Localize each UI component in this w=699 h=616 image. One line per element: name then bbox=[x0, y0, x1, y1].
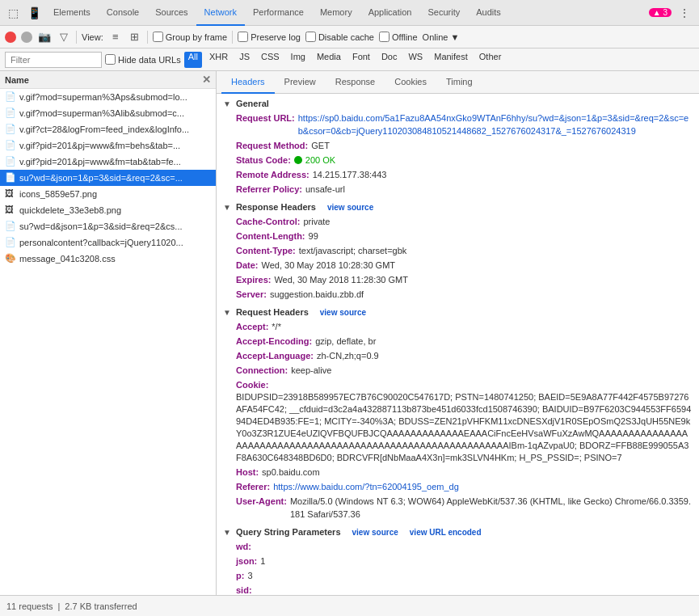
filter-other[interactable]: Other bbox=[475, 52, 506, 68]
record-button[interactable] bbox=[5, 32, 16, 43]
file-icon: 📄 bbox=[5, 156, 16, 167]
tab-headers[interactable]: Headers bbox=[221, 71, 275, 94]
tab-preview[interactable]: Preview bbox=[275, 71, 326, 94]
request-method-row: Request Method: GET bbox=[236, 139, 693, 152]
tab-performance[interactable]: Performance bbox=[245, 0, 312, 26]
top-tab-bar: ⬚ 📱 Elements Console Sources Network Per… bbox=[0, 0, 699, 26]
filter-css[interactable]: CSS bbox=[257, 52, 284, 68]
response-headers-title[interactable]: ▼ Response Headers view source bbox=[223, 202, 693, 212]
filter-manifest[interactable]: Manifest bbox=[430, 52, 472, 68]
referrer-policy-row: Referrer Policy: unsafe-url bbox=[236, 183, 693, 196]
prop-row: Date: Wed, 30 May 2018 10:28:30 GMT bbox=[236, 259, 693, 272]
filter-font[interactable]: Font bbox=[348, 52, 374, 68]
tab-application[interactable]: Application bbox=[360, 0, 420, 26]
view-label: View: bbox=[82, 32, 103, 42]
filter-icon[interactable]: ▽ bbox=[57, 30, 71, 44]
file-icon: 📄 bbox=[5, 172, 16, 184]
file-item[interactable]: 📄 v.gif?pid=201&pj=www&fm=behs&tab=... bbox=[0, 137, 216, 154]
file-list: 📄 v.gif?mod=superman%3Aps&submod=lo... 📄… bbox=[0, 89, 216, 595]
file-item[interactable]: 📄 personalcontent?callback=jQuery11020..… bbox=[0, 234, 216, 251]
file-item-selected[interactable]: 📄 su?wd=&json=1&p=3&sid=&req=2&sc=... bbox=[0, 170, 216, 186]
close-panel-button[interactable]: ✕ bbox=[202, 74, 211, 86]
view-large-icon[interactable]: ⊞ bbox=[128, 30, 142, 44]
request-headers-section: ▼ Request Headers view source Accept: */… bbox=[223, 307, 693, 521]
group-by-frame-checkbox[interactable]: Group by frame bbox=[153, 32, 227, 42]
more-options-icon[interactable]: ⋮ bbox=[675, 3, 694, 23]
devtools-phone-icon[interactable]: 📱 bbox=[24, 3, 44, 23]
hide-data-urls-checkbox[interactable]: Hide data URLs bbox=[105, 54, 181, 65]
filter-media[interactable]: Media bbox=[313, 52, 345, 68]
tab-memory[interactable]: Memory bbox=[312, 0, 360, 26]
prop-row: Accept-Encoding: gzip, deflate, br bbox=[236, 335, 693, 348]
tab-audits[interactable]: Audits bbox=[468, 0, 509, 26]
prop-name: Referer: bbox=[236, 480, 270, 493]
status-code-value: 200 OK bbox=[305, 154, 335, 167]
query-params-view-source[interactable]: view source bbox=[352, 528, 398, 537]
filter-img[interactable]: Img bbox=[287, 52, 309, 68]
request-headers-view-source[interactable]: view source bbox=[320, 308, 366, 317]
remote-address-row: Remote Address: 14.215.177.38:443 bbox=[236, 168, 693, 181]
camera-icon[interactable]: 📷 bbox=[37, 30, 52, 44]
disable-cache-checkbox[interactable]: Disable cache bbox=[305, 32, 374, 42]
prop-name: Date: bbox=[236, 259, 259, 272]
file-item[interactable]: 📄 v.gif?pid=201&pj=www&fm=tab&tab=fe... bbox=[0, 154, 216, 170]
prop-name: Expires: bbox=[236, 273, 271, 286]
param-row: wd: bbox=[236, 540, 693, 553]
status-code-row: Status Code: 200 OK bbox=[236, 154, 693, 167]
file-item[interactable]: 📄 v.gif?mod=superman%3Aps&submod=lo... bbox=[0, 89, 216, 105]
request-headers-title[interactable]: ▼ Request Headers view source bbox=[223, 307, 693, 317]
tab-timing[interactable]: Timing bbox=[436, 71, 482, 94]
file-item[interactable]: 📄 v.gif?mod=superman%3Alib&submod=c... bbox=[0, 105, 216, 121]
prop-value: zh-CN,zh;q=0.9 bbox=[317, 349, 379, 362]
devtools-inspect-icon[interactable]: ⬚ bbox=[3, 3, 23, 23]
prop-name: Server: bbox=[236, 288, 267, 301]
request-url-label: Request URL: bbox=[236, 112, 295, 137]
file-item[interactable]: 🎨 message_041c3208.css bbox=[0, 251, 216, 267]
prop-row: Host: sp0.baidu.com bbox=[236, 466, 693, 479]
file-item[interactable]: 🖼 icons_5859e57.png bbox=[0, 186, 216, 202]
online-dropdown[interactable]: Online ▼ bbox=[423, 32, 460, 42]
query-params-title[interactable]: ▼ Query String Parameters view source vi… bbox=[223, 527, 693, 537]
network-toolbar: 📷 ▽ View: ≡ ⊞ Group by frame Preserve lo… bbox=[0, 26, 699, 49]
status-separator: | bbox=[57, 601, 60, 611]
file-item[interactable]: 🖼 quickdelete_33e3eb8.png bbox=[0, 202, 216, 218]
param-name: sid: bbox=[236, 584, 252, 595]
preserve-log-checkbox[interactable]: Preserve log bbox=[238, 32, 301, 42]
response-headers-view-source[interactable]: view source bbox=[327, 203, 373, 212]
filter-xhr[interactable]: XHR bbox=[205, 52, 232, 68]
file-icon: 🖼 bbox=[5, 205, 16, 216]
request-url-value: https://sp0.baidu.com/5a1Fazu8AA54nxGko9… bbox=[298, 112, 693, 137]
prop-row: Referer: https://www.baidu.com/?tn=62004… bbox=[236, 480, 693, 493]
filter-js[interactable]: JS bbox=[235, 52, 254, 68]
request-method-value: GET bbox=[311, 139, 330, 152]
file-list-header: Name ✕ bbox=[0, 71, 216, 89]
prop-name: Content-Length: bbox=[236, 230, 305, 243]
tab-elements[interactable]: Elements bbox=[45, 0, 99, 26]
tab-response[interactable]: Response bbox=[326, 71, 385, 94]
remote-address-value: 14.215.177.38:443 bbox=[313, 168, 387, 181]
file-item[interactable]: 📄 v.gif?ct=28&logFrom=feed_index&logInfo… bbox=[0, 121, 216, 137]
query-params-view-url-encoded[interactable]: view URL encoded bbox=[410, 528, 482, 537]
view-list-icon[interactable]: ≡ bbox=[108, 30, 123, 44]
prop-value: keep-alive bbox=[291, 364, 331, 377]
filter-input[interactable] bbox=[5, 52, 102, 68]
file-list-panel: Name ✕ 📄 v.gif?mod=superman%3Aps&submod=… bbox=[0, 71, 217, 595]
general-section-header[interactable]: ▼ General bbox=[223, 99, 693, 108]
detail-panel: Headers Preview Response Cookies Timing … bbox=[217, 71, 699, 595]
offline-checkbox[interactable]: Offline bbox=[379, 32, 418, 42]
tab-sources[interactable]: Sources bbox=[147, 0, 196, 26]
prop-value: https://www.baidu.com/?tn=62004195_oem_d… bbox=[273, 480, 459, 493]
filter-ws[interactable]: WS bbox=[404, 52, 427, 68]
prop-row: User-Agent: Mozilla/5.0 (Windows NT 6.3;… bbox=[236, 495, 693, 521]
file-item[interactable]: 📄 su?wd=d&json=1&p=3&sid=&req=2&cs... bbox=[0, 218, 216, 234]
filter-all[interactable]: All bbox=[184, 52, 202, 68]
filter-doc[interactable]: Doc bbox=[377, 52, 402, 68]
tab-network[interactable]: Network bbox=[196, 0, 245, 26]
tab-cookies[interactable]: Cookies bbox=[385, 71, 436, 94]
param-row: p: 3 bbox=[236, 569, 693, 582]
tab-console[interactable]: Console bbox=[99, 0, 147, 26]
prop-value: sp0.baidu.com bbox=[262, 466, 320, 479]
general-section-body: Request URL: https://sp0.baidu.com/5a1Fa… bbox=[223, 112, 693, 196]
stop-button[interactable] bbox=[21, 32, 32, 43]
tab-security[interactable]: Security bbox=[419, 0, 468, 26]
